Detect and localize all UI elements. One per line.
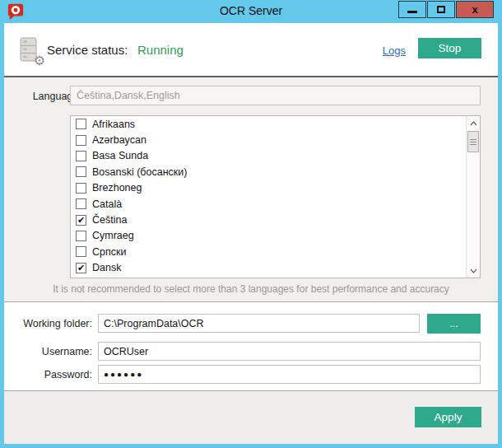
titlebar[interactable]: OCR Server x	[0, 0, 502, 23]
username-label: Username:	[4, 346, 92, 357]
language-list[interactable]: Afrikaans Azərbaycan Basa Sunda Bosanski…	[70, 115, 481, 278]
language-label: Српски	[92, 246, 126, 258]
language-label: Cymraeg	[92, 230, 134, 241]
maximize-icon	[437, 6, 445, 13]
language-checkbox[interactable]	[76, 231, 86, 241]
language-label: Bosanski (босански)	[92, 166, 187, 178]
language-row[interactable]: Basa Sunda	[71, 148, 480, 164]
language-checkbox[interactable]	[76, 151, 86, 161]
language-label: Català	[92, 198, 122, 210]
minimize-button[interactable]	[398, 1, 426, 18]
language-label: Čeština	[92, 214, 127, 226]
language-label: Basa Sunda	[92, 150, 148, 161]
window-content: ⚙ Service status: Running Logs Stop Lang…	[4, 23, 498, 444]
settings-section: Working folder: ... Username: Password:	[4, 302, 498, 390]
minimize-icon	[407, 11, 417, 13]
language-row[interactable]: Српски	[71, 244, 480, 259]
language-checkbox[interactable]	[76, 119, 86, 129]
grip-icon	[470, 139, 476, 145]
language-row[interactable]: Bosanski (босански)	[71, 164, 480, 180]
username-input[interactable]	[98, 342, 481, 361]
service-status-label: Service status:	[47, 43, 128, 57]
language-row[interactable]: Azərbaycan	[71, 132, 480, 147]
language-row[interactable]: Cymraeg	[71, 228, 480, 244]
service-status-value: Running	[137, 43, 184, 57]
language-checkbox[interactable]	[76, 166, 86, 177]
language-label: Brezhoneg	[92, 182, 142, 194]
language-checkbox[interactable]	[76, 246, 86, 257]
language-label: Dansk	[92, 262, 121, 273]
language-checkbox[interactable]	[76, 183, 86, 194]
scroll-up-button[interactable]	[467, 116, 481, 130]
language-checkbox[interactable]: ✔	[76, 263, 86, 273]
language-row[interactable]: ✔ Čeština	[71, 212, 480, 227]
list-scrollbar[interactable]	[466, 116, 480, 278]
footer-section: Apply	[4, 391, 498, 444]
scroll-thumb[interactable]	[467, 131, 479, 152]
working-folder-label: Working folder:	[4, 318, 92, 329]
chevron-down-icon	[470, 268, 477, 273]
password-input[interactable]	[98, 365, 481, 384]
language-row[interactable]: Brezhoneg	[71, 180, 480, 196]
languages-section: Languages: Afrikaans Azərbaycan Basa Sun…	[4, 77, 498, 301]
status-section: ⚙ Service status: Running Logs Stop	[4, 23, 498, 76]
server-service-icon: ⚙	[15, 36, 43, 64]
language-rows: Afrikaans Azərbaycan Basa Sunda Bosanski…	[71, 116, 480, 278]
languages-note: It is not recommended to select more tha…	[4, 283, 498, 295]
close-icon: x	[472, 4, 477, 15]
language-checkbox[interactable]: ✔	[76, 215, 86, 226]
language-label: Afrikaans	[92, 119, 135, 130]
stop-button[interactable]: Stop	[418, 38, 481, 58]
logs-link[interactable]: Logs	[383, 44, 406, 57]
chevron-up-icon	[470, 121, 477, 126]
apply-button[interactable]: Apply	[415, 407, 481, 427]
language-row[interactable]: ✔ Dansk	[71, 260, 480, 276]
close-button[interactable]: x	[456, 1, 494, 18]
language-checkbox[interactable]	[76, 198, 86, 209]
language-row[interactable]: Afrikaans	[71, 116, 480, 132]
scroll-down-button[interactable]	[467, 264, 481, 278]
app-window: OCR Server x ⚙ Service status: Running L…	[0, 0, 502, 448]
language-row[interactable]: Català	[71, 196, 480, 212]
maximize-button[interactable]	[427, 1, 455, 18]
language-row[interactable]: Deutsch	[71, 276, 480, 278]
password-label: Password:	[4, 369, 92, 380]
working-folder-input[interactable]	[98, 314, 420, 333]
gear-icon: ⚙	[34, 54, 45, 68]
languages-input[interactable]	[70, 86, 481, 105]
language-checkbox[interactable]	[76, 135, 86, 146]
language-label: Azərbaycan	[92, 134, 146, 146]
browse-button[interactable]: ...	[427, 314, 481, 334]
